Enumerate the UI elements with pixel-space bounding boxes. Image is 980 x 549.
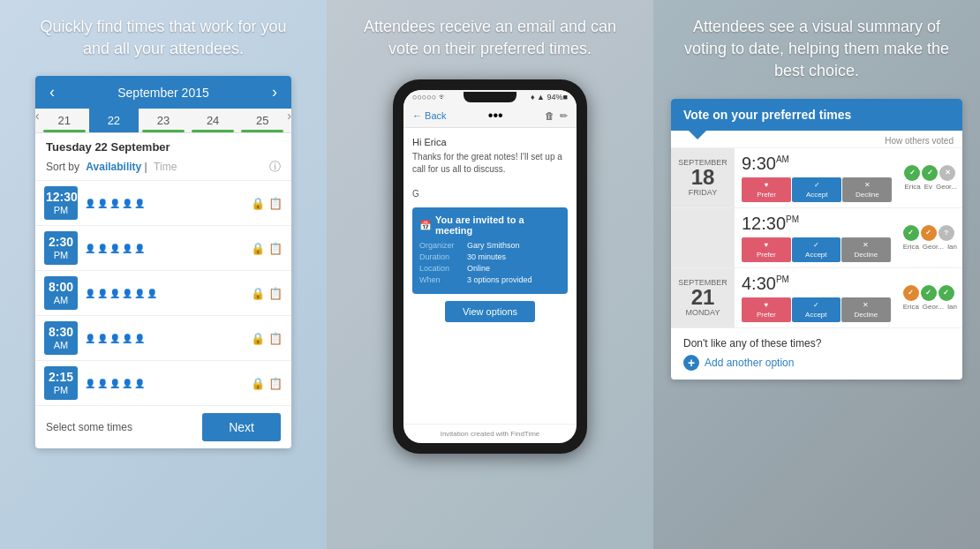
prefer-btn-1[interactable]: ♥ Prefer	[742, 177, 791, 202]
person-y-1: 👤	[109, 244, 120, 253]
decline-btn-2[interactable]: ✕ Decline	[841, 237, 891, 262]
cal-footer: Select some times Next	[35, 405, 291, 448]
slot-calendar-icon: 📋	[268, 197, 283, 210]
time-slot-1230pm[interactable]: 12:30PM 👤 👤 👤 👤 👤 🔒 📋	[35, 180, 291, 225]
phone-back-button[interactable]: ← Back	[412, 110, 447, 121]
prefer-btn-3[interactable]: ♥ Prefer	[742, 297, 791, 322]
add-option-button[interactable]: + Add another option	[683, 355, 794, 371]
person-g-2: 👤	[97, 244, 108, 253]
vote-row-3: SEPTEMBER 21 MONDAY 4:30PM ♥ Prefer ✓ Ac…	[671, 267, 962, 327]
cal-day-21[interactable]: 21	[40, 109, 89, 132]
person-y-800: 👤	[122, 289, 132, 298]
vote-time-1230: 12:30PM	[742, 214, 891, 234]
slot-b-800: 🔒	[251, 287, 265, 300]
no-times-question: Don't like any of these times?	[683, 337, 950, 350]
when-value: 3 options provided	[467, 275, 532, 284]
check-icon-1: ✓	[814, 181, 820, 189]
phone-body: Hi Erica Thanks for the great notes! I'l…	[403, 128, 577, 424]
p-y-215: 👤	[97, 379, 108, 388]
organizer-label: Organizer	[419, 241, 462, 250]
invite-location-row: Location Online	[419, 264, 561, 273]
decline-btn-1[interactable]: ✕ Decline	[842, 177, 892, 202]
slot-b-830: 🔒	[251, 332, 265, 345]
cal-day-25[interactable]: 25	[237, 109, 287, 132]
avatar-ian-2: ?	[939, 225, 954, 241]
vote-time-col-2: 12:30PM ♥ Prefer ✓ Accept ✕ Decline	[735, 208, 898, 267]
time-badge-215pm: 2:15PM	[44, 366, 78, 400]
panel1-header: Quickly find times that work for you and…	[0, 0, 327, 69]
duration-value: 30 minutes	[467, 252, 506, 261]
next-button[interactable]: Next	[202, 413, 281, 441]
check-icon-3: ✓	[813, 301, 819, 309]
slot-b-215: 🔒	[251, 377, 265, 390]
location-value: Online	[467, 264, 490, 273]
p-gr-215: 👤	[109, 379, 120, 388]
cal-month-label: September 2015	[117, 86, 209, 100]
view-options-button[interactable]: View options	[445, 301, 535, 322]
time-slot-800am[interactable]: 8:00AM 👤 👤 👤 👤 👤 👤 🔒 📋	[35, 270, 291, 315]
invite-title: 📅 You are invited to a meeting	[419, 214, 561, 236]
slot-icons-800am: 🔒 📋	[251, 287, 283, 300]
avatar-geor-1: ✕	[939, 165, 955, 181]
accept-btn-1[interactable]: ✓ Accept	[792, 177, 841, 202]
vote-header: Vote on your preferred times	[671, 99, 962, 131]
cal-day-23[interactable]: 23	[139, 109, 188, 132]
panel3-header: Attendees see a visual summary of voting…	[653, 0, 980, 92]
phone-trash-icon[interactable]: 🗑	[545, 110, 554, 122]
sort-time-link[interactable]: Time	[154, 161, 177, 173]
prefer-btn-2[interactable]: ♥ Prefer	[742, 237, 791, 262]
add-circle-icon: +	[683, 355, 699, 371]
vote-date-empty-2	[671, 208, 735, 267]
location-label: Location	[419, 264, 462, 273]
cal-day-24[interactable]: 24	[188, 109, 237, 132]
slot-icons-215pm: 🔒 📋	[251, 377, 283, 390]
p-gr-215-3: 👤	[134, 379, 145, 388]
invite-details: Organizer Gary Smithson Duration 30 minu…	[419, 241, 561, 284]
prefer-label-2: Prefer	[757, 251, 776, 259]
people-icons-800am: 👤 👤 👤 👤 👤 👤	[85, 289, 244, 298]
vote-widget: Vote on your preferred times How others …	[671, 99, 962, 380]
p-gr-215-2: 👤	[122, 379, 132, 388]
avatar-geor-2: ✓	[921, 225, 937, 241]
avatar-erica-2: ✓	[903, 225, 919, 241]
time-slot-230pm[interactable]: 2:30PM 👤 👤 👤 👤 👤 🔒 📋	[35, 225, 291, 270]
name-erica-1: Erica	[904, 183, 920, 191]
time-slot-830am[interactable]: 8:30AM 👤 👤 👤 👤 👤 🔒 📋	[35, 315, 291, 360]
accept-btn-2[interactable]: ✓ Accept	[792, 237, 841, 262]
name-geor-3: Geor...	[923, 303, 944, 311]
cal-days-next[interactable]: ›	[287, 109, 291, 132]
duration-label: Duration	[419, 252, 462, 261]
person-g-800-2: 👤	[97, 289, 108, 298]
cal-day-22[interactable]: 22	[89, 109, 139, 132]
accept-label-3: Accept	[805, 311, 826, 319]
phone-edit-icon[interactable]: ✏	[560, 110, 568, 122]
people-icons-1230pm: 👤 👤 👤 👤 👤	[85, 199, 244, 208]
p-y-830: 👤	[109, 334, 120, 343]
slot-icons-230pm: 🔒 📋	[251, 242, 283, 255]
phone-footer-text: Invitation created with FindTime	[441, 430, 540, 438]
cal-next-button[interactable]: ›	[268, 83, 281, 102]
time-slot-215pm[interactable]: 2:15PM 👤 👤 👤 👤 👤 🔒 📋	[35, 360, 291, 405]
accept-btn-3[interactable]: ✓ Accept	[792, 297, 841, 322]
name-ian-2: Ian	[947, 243, 957, 251]
heart-icon-3: ♥	[764, 301, 768, 309]
name-geor-1: Geor...	[936, 183, 957, 191]
others-voted-label: How others voted	[885, 136, 954, 146]
x-icon-1: ✕	[864, 181, 871, 189]
panel-3: Attendees see a visual summary of voting…	[653, 0, 980, 549]
sort-by-label: Sort by	[46, 161, 79, 173]
phone-topbar: ← Back ••• 🗑 ✏	[403, 104, 577, 128]
vote-day-18: 18	[691, 167, 715, 188]
cal-prev-button[interactable]: ‹	[46, 83, 58, 102]
decline-label-3: Decline	[855, 311, 878, 319]
vote-avatars-2: ✓ ✓ ? Erica Geor... Ian	[898, 208, 962, 267]
sort-availability-link[interactable]: Availability	[86, 161, 141, 173]
person-green-3: 👤	[109, 199, 120, 208]
vote-weekday-friday: FRIDAY	[689, 188, 717, 197]
time-badge-230pm: 2:30PM	[44, 231, 78, 265]
person-g-1: 👤	[85, 244, 95, 253]
status-left: ○○○○○ ᯤ	[412, 93, 447, 102]
select-times-label: Select some times	[46, 421, 132, 433]
decline-btn-3[interactable]: ✕ Decline	[841, 297, 891, 322]
panel-2: Attendees receive an email and can vote …	[327, 0, 653, 549]
